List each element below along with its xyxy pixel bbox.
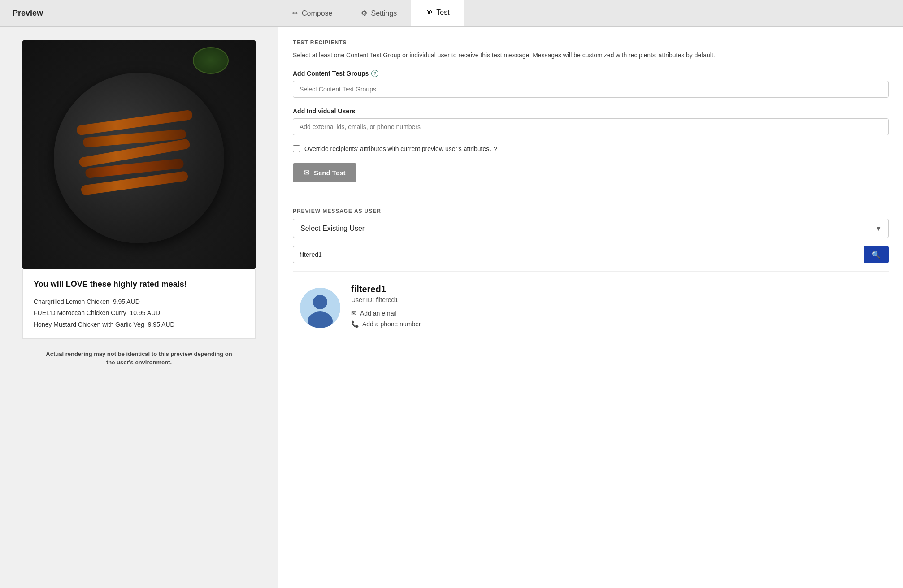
content-test-groups-field: Add Content Test Groups ?	[293, 70, 889, 98]
user-search-row: 🔍	[293, 246, 889, 263]
item-name: Chargrilled Lemon Chicken	[34, 296, 109, 307]
content-test-groups-input[interactable]	[293, 81, 889, 98]
preview-disclaimer: Actual rendering may not be identical to…	[45, 350, 233, 367]
tab-test-label: Test	[436, 9, 449, 17]
food-visual	[22, 40, 256, 269]
garnish-bowl	[193, 47, 229, 74]
right-panel: TEST RECIPIENTS Select at least one Cont…	[278, 27, 903, 588]
envelope-icon: ✉	[304, 169, 309, 177]
preview-image	[22, 40, 256, 269]
user-card: filtered1 User ID: filtered1 ✉ Add an em…	[293, 271, 889, 338]
test-recipients-title: TEST RECIPIENTS	[293, 39, 889, 46]
content-test-groups-label: Add Content Test Groups ?	[293, 70, 889, 77]
avatar-svg	[300, 288, 340, 328]
individual-users-input[interactable]	[293, 118, 889, 135]
phone-icon: 📞	[351, 320, 359, 328]
add-email-action[interactable]: ✉ Add an email	[351, 310, 881, 317]
preview-content-card: You will LOVE these highly rated meals! …	[22, 269, 256, 339]
tab-compose[interactable]: ✏ Compose	[278, 0, 347, 26]
tab-settings-label: Settings	[371, 9, 397, 17]
item-name: Honey Mustard Chicken with Garlic Veg	[34, 319, 144, 330]
override-checkbox-label: Override recipients' attributes with cur…	[304, 145, 497, 152]
select-existing-user-wrapper: Select Existing User ▼	[293, 219, 889, 238]
preview-panel: You will LOVE these highly rated meals! …	[0, 27, 278, 588]
list-item: Chargrilled Lemon Chicken 9.95 AUD	[34, 296, 244, 307]
settings-icon: ⚙	[361, 9, 367, 17]
user-name: filtered1	[351, 284, 881, 294]
header: Preview ✏ Compose ⚙ Settings 👁 Test	[0, 0, 903, 27]
tab-settings[interactable]: ⚙ Settings	[347, 0, 411, 26]
item-price: 9.95 AUD	[148, 319, 175, 330]
app-container: Preview ✏ Compose ⚙ Settings 👁 Test	[0, 0, 903, 588]
envelope-small-icon: ✉	[351, 310, 356, 317]
eye-icon: 👁	[425, 9, 433, 17]
test-recipients-desc: Select at least one Content Test Group o…	[293, 50, 889, 60]
avatar	[300, 288, 340, 328]
override-checkbox[interactable]	[293, 145, 300, 152]
compose-icon: ✏	[292, 9, 298, 17]
preview-message-title: PREVIEW MESSAGE AS USER	[293, 208, 889, 214]
content-test-groups-help-icon[interactable]: ?	[371, 70, 378, 77]
food-items	[67, 109, 211, 208]
send-test-button[interactable]: ✉ Send Test	[293, 163, 356, 182]
send-test-label: Send Test	[314, 169, 346, 177]
add-phone-label: Add a phone number	[362, 320, 421, 328]
food-plate	[54, 73, 224, 243]
nav-tabs: ✏ Compose ⚙ Settings 👁 Test	[278, 0, 903, 26]
individual-users-label: Add Individual Users	[293, 108, 889, 115]
add-email-label: Add an email	[360, 310, 397, 317]
user-search-button[interactable]: 🔍	[864, 246, 889, 263]
list-item: FUEL'D Moroccan Chicken Curry 10.95 AUD	[34, 307, 244, 319]
user-id: User ID: filtered1	[351, 296, 881, 303]
list-item: Honey Mustard Chicken with Garlic Veg 9.…	[34, 319, 244, 330]
select-existing-user-dropdown[interactable]: Select Existing User	[293, 219, 889, 238]
tab-compose-label: Compose	[302, 9, 332, 17]
svg-point-1	[313, 295, 327, 309]
tab-test[interactable]: 👁 Test	[411, 0, 464, 26]
item-name: FUEL'D Moroccan Chicken Curry	[34, 307, 126, 319]
individual-users-field: Add Individual Users	[293, 108, 889, 135]
preview-headline: You will LOVE these highly rated meals!	[34, 279, 244, 290]
header-preview-label: Preview	[0, 0, 278, 26]
main-content: You will LOVE these highly rated meals! …	[0, 27, 903, 588]
user-info: filtered1 User ID: filtered1 ✉ Add an em…	[351, 284, 881, 331]
user-search-input[interactable]	[293, 246, 864, 263]
override-help-icon[interactable]: ?	[494, 145, 497, 152]
item-price: 9.95 AUD	[113, 296, 140, 307]
search-icon: 🔍	[872, 251, 881, 259]
preview-items-list: Chargrilled Lemon Chicken 9.95 AUD FUEL'…	[34, 296, 244, 330]
add-phone-action[interactable]: 📞 Add a phone number	[351, 320, 881, 328]
item-price: 10.95 AUD	[130, 307, 161, 319]
section-divider	[293, 195, 889, 195]
override-checkbox-row: Override recipients' attributes with cur…	[293, 145, 889, 152]
